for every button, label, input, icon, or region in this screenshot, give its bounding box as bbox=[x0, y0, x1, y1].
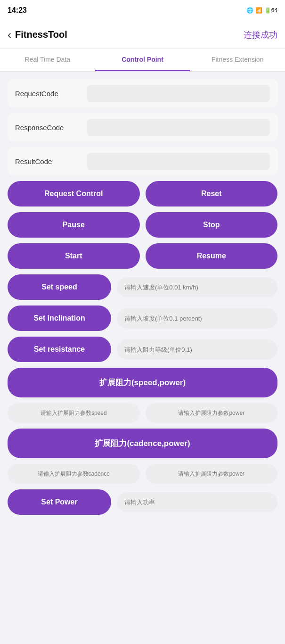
reset-button[interactable]: Reset bbox=[146, 181, 278, 206]
button-grid-row2: Pause Stop bbox=[8, 212, 277, 238]
signal-icon: 📶 bbox=[255, 7, 262, 14]
set-resistance-button[interactable]: Set resistance bbox=[8, 337, 111, 362]
set-inclination-button[interactable]: Set inclination bbox=[8, 305, 111, 331]
ext-power2-param-input[interactable] bbox=[146, 464, 278, 484]
tab-bar: Real Time Data Control Point Fitness Ext… bbox=[0, 49, 285, 72]
tab-controlpoint[interactable]: Control Point bbox=[95, 49, 190, 71]
resultcode-label: ResultCode bbox=[15, 157, 81, 165]
resume-button[interactable]: Resume bbox=[146, 243, 278, 269]
set-power-input[interactable] bbox=[117, 492, 277, 512]
ext-cadence-power-inputs bbox=[8, 464, 277, 484]
tab-fitnessext[interactable]: Fitness Extension bbox=[190, 49, 285, 71]
header: ‹ FitnessTool 连接成功 bbox=[0, 21, 285, 49]
battery-icon: 🔋64 bbox=[264, 7, 277, 14]
requestcode-row: RequestCode bbox=[8, 79, 277, 107]
set-speed-button[interactable]: Set speed bbox=[8, 274, 111, 300]
connection-status: 连接成功 bbox=[244, 29, 277, 41]
responsecode-label: ResponseCode bbox=[15, 124, 81, 132]
header-left: ‹ FitnessTool bbox=[8, 28, 67, 41]
app-title: FitnessTool bbox=[15, 29, 67, 40]
resultcode-row: ResultCode bbox=[8, 147, 277, 175]
ext-power-param-input[interactable] bbox=[146, 403, 278, 423]
resultcode-value bbox=[87, 153, 270, 170]
back-button[interactable]: ‹ bbox=[8, 28, 11, 41]
responsecode-row: ResponseCode bbox=[8, 113, 277, 141]
status-time: 14:23 bbox=[8, 6, 27, 15]
requestcode-label: RequestCode bbox=[15, 90, 81, 98]
responsecode-value bbox=[87, 119, 270, 136]
ext-cadence-power-button[interactable]: 扩展阻力(cadence,power) bbox=[8, 429, 277, 458]
main-content: RequestCode ResponseCode ResultCode Requ… bbox=[0, 72, 285, 522]
start-button[interactable]: Start bbox=[8, 243, 140, 269]
set-inclination-row: Set inclination bbox=[8, 305, 277, 331]
ext-speed-param-input[interactable] bbox=[8, 403, 140, 423]
status-bar: 14:23 🌐 📶 🔋64 bbox=[0, 0, 285, 21]
set-resistance-row: Set resistance bbox=[8, 337, 277, 362]
pause-button[interactable]: Pause bbox=[8, 212, 140, 238]
set-speed-input[interactable] bbox=[117, 277, 277, 297]
set-power-button[interactable]: Set Power bbox=[8, 489, 111, 515]
ext-speed-power-button[interactable]: 扩展阻力(speed,power) bbox=[8, 368, 277, 397]
ext-cadence-param-input[interactable] bbox=[8, 464, 140, 484]
requestcode-value bbox=[87, 85, 270, 102]
set-resistance-input[interactable] bbox=[117, 339, 277, 360]
status-left-icons: 🌐 📶 🔋64 bbox=[246, 7, 277, 14]
button-grid-row1: Request Control Reset bbox=[8, 181, 277, 206]
set-inclination-input[interactable] bbox=[117, 308, 277, 329]
stop-button[interactable]: Stop bbox=[146, 212, 278, 238]
ext-speed-power-inputs bbox=[8, 403, 277, 423]
set-speed-row: Set speed bbox=[8, 274, 277, 300]
button-grid-row3: Start Resume bbox=[8, 243, 277, 269]
network-icon: 🌐 bbox=[246, 7, 253, 14]
tab-realtime[interactable]: Real Time Data bbox=[0, 49, 95, 71]
request-control-button[interactable]: Request Control bbox=[8, 181, 140, 206]
set-power-row: Set Power bbox=[8, 489, 277, 515]
